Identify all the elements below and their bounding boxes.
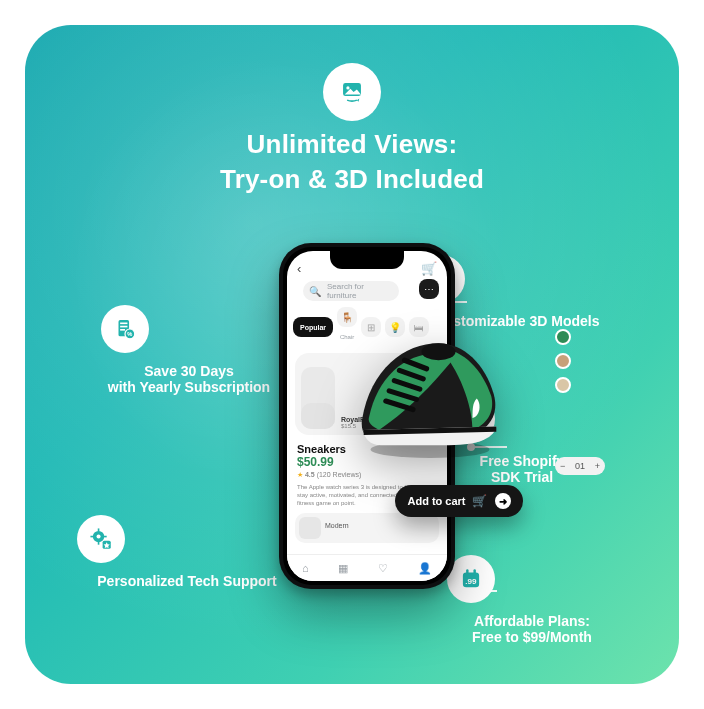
qty-value: 01 (575, 461, 585, 471)
chip-lamp[interactable]: 💡 (385, 317, 405, 337)
feature-save: % Save 30 Days with Yearly Subscription (101, 305, 277, 395)
header-icon-wrap (323, 63, 381, 121)
quantity-stepper[interactable]: − 01 + (555, 457, 605, 475)
svg-rect-12 (98, 528, 100, 531)
connector-dot (457, 587, 465, 595)
mini-card-label: Modern (325, 522, 349, 529)
star-icon: ★ (297, 471, 303, 478)
qty-minus[interactable]: − (560, 461, 565, 471)
hero-card-label: RoyalPo$15.5 (341, 416, 369, 429)
hero-card[interactable]: RoyalPo$15.5 (295, 353, 439, 435)
svg-text:%: % (127, 331, 132, 337)
nav-grid-icon[interactable]: ▦ (338, 562, 348, 575)
phone-mockup: ‹ 🛒 🔍 Search for furniture ⋯ Popular 🪑Ch… (279, 243, 455, 589)
gear-star-icon (77, 515, 125, 563)
svg-rect-18 (466, 569, 468, 576)
mini-card[interactable]: Modern (295, 513, 439, 543)
product-title: Sneakers (297, 443, 437, 455)
nav-home-icon[interactable]: ⌂ (302, 562, 309, 574)
swatch-green[interactable] (555, 329, 571, 345)
svg-point-11 (97, 535, 101, 539)
phone-screen: ‹ 🛒 🔍 Search for furniture ⋯ Popular 🪑Ch… (287, 251, 447, 581)
svg-point-1 (346, 86, 349, 89)
nav-user-icon[interactable]: 👤 (418, 562, 432, 575)
mini-thumb (299, 517, 321, 539)
headline-line1: Unlimited Views: (25, 129, 679, 160)
color-swatches (555, 321, 571, 401)
svg-rect-3 (120, 323, 127, 325)
svg-rect-4 (120, 326, 127, 328)
add-to-cart-label: Add to cart (407, 495, 465, 507)
swatch-tan[interactable] (555, 353, 571, 369)
promo-card: Unlimited Views: Try-on & 3D Included % … (25, 25, 679, 684)
chip-table[interactable]: ⊞ (361, 317, 381, 337)
cart-icon: 🛒 (472, 494, 487, 508)
filter-button[interactable]: ⋯ (419, 279, 439, 299)
svg-rect-14 (90, 536, 93, 538)
feature-save-text: Save 30 Days with Yearly Subscription (101, 363, 277, 395)
chip-popular[interactable]: Popular (293, 317, 333, 337)
category-chips: Popular 🪑Chair ⊞ 💡 🛏 (293, 307, 441, 347)
phone-notch (330, 251, 404, 269)
svg-rect-15 (103, 536, 106, 538)
chip-chair[interactable]: 🪑 (337, 307, 357, 327)
nav-heart-icon[interactable]: ♡ (378, 562, 388, 575)
chip-bed[interactable]: 🛏 (409, 317, 429, 337)
cart-icon[interactable]: 🛒 (421, 261, 437, 276)
connector-line (475, 446, 507, 448)
receipt-percent-icon: % (101, 305, 149, 353)
sdk-badge-text: SDK (453, 410, 488, 428)
svg-rect-19 (473, 569, 475, 576)
cart-arrow-icon: ➜ (495, 493, 511, 509)
thumb-2[interactable] (301, 403, 335, 429)
feature-support-text: Personalized Tech Support (77, 573, 297, 589)
back-icon[interactable]: ‹ (297, 261, 301, 276)
qty-plus[interactable]: + (595, 461, 600, 471)
feature-plans: .99 Affordable Plans: Free to $99/Month (447, 555, 617, 645)
connector-line (465, 590, 497, 592)
search-placeholder: Search for furniture (327, 282, 393, 300)
image-rotate-icon (323, 63, 381, 121)
headline-line2: Try-on & 3D Included (25, 164, 679, 195)
product-price: $50.99 (297, 455, 437, 469)
price-badge-text: .99 (465, 577, 477, 586)
search-icon: 🔍 (309, 286, 321, 297)
bottom-nav: ⌂ ▦ ♡ 👤 (287, 554, 447, 581)
search-input[interactable]: 🔍 Search for furniture (303, 281, 399, 301)
swatch-beige[interactable] (555, 377, 571, 393)
add-to-cart-button[interactable]: Add to cart 🛒 ➜ (395, 485, 523, 517)
svg-rect-13 (98, 541, 100, 544)
svg-rect-5 (120, 329, 125, 331)
feature-support: Personalized Tech Support (77, 515, 297, 589)
headline: Unlimited Views: Try-on & 3D Included (25, 129, 679, 195)
feature-plans-text: Affordable Plans: Free to $99/Month (447, 613, 617, 645)
connector-dot (467, 443, 475, 451)
product-rating: ★ 4.5 (120 Reviews) (297, 471, 437, 479)
